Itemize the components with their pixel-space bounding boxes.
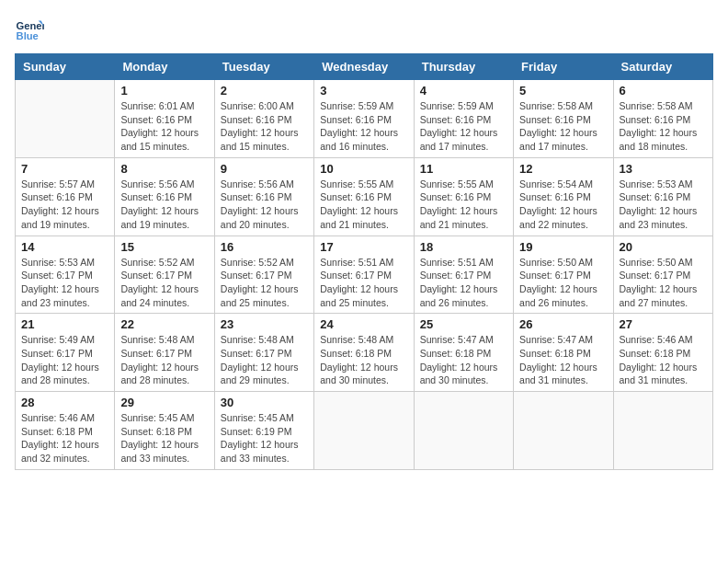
day-info: Sunrise: 5:58 AM Sunset: 6:16 PM Dayligh… [620,99,707,154]
sunset-text: Sunset: 6:18 PM [120,426,192,437]
day-info: Sunrise: 6:00 AM Sunset: 6:16 PM Dayligh… [221,99,308,154]
sunrise-text: Sunrise: 5:54 AM [519,178,593,190]
calendar-cell: 7 Sunrise: 5:57 AM Sunset: 6:16 PM Dayli… [16,157,115,236]
sunrise-text: Sunrise: 5:59 AM [420,100,494,111]
calendar-cell: 24 Sunrise: 5:48 AM Sunset: 6:18 PM Dayl… [314,314,414,392]
sunset-text: Sunset: 6:16 PM [21,191,93,202]
sunset-text: Sunset: 6:17 PM [519,270,591,281]
sunset-text: Sunset: 6:16 PM [620,114,691,125]
daylight-text: Daylight: 12 hours and 27 minutes. [620,283,698,308]
day-info: Sunrise: 5:58 AM Sunset: 6:16 PM Dayligh… [519,99,607,154]
day-info: Sunrise: 5:59 AM Sunset: 6:16 PM Dayligh… [320,99,407,154]
calendar-cell: 5 Sunrise: 5:58 AM Sunset: 6:16 PM Dayli… [514,80,613,158]
calendar-cell [16,80,115,158]
daylight-text: Daylight: 12 hours and 17 minutes. [519,127,597,152]
calendar-header-row: SundayMondayTuesdayWednesdayThursdayFrid… [16,54,713,80]
calendar-cell [514,392,613,470]
daylight-text: Daylight: 12 hours and 23 minutes. [21,283,99,308]
calendar-cell [613,392,712,470]
calendar-cell: 8 Sunrise: 5:56 AM Sunset: 6:16 PM Dayli… [115,157,214,236]
day-info: Sunrise: 6:01 AM Sunset: 6:16 PM Dayligh… [120,99,208,154]
day-number: 14 [21,240,108,254]
daylight-text: Daylight: 12 hours and 19 minutes. [120,205,199,230]
sunset-text: Sunset: 6:17 PM [21,348,93,359]
calendar-cell: 30 Sunrise: 5:45 AM Sunset: 6:19 PM Dayl… [214,392,313,470]
calendar-week-row: 28 Sunrise: 5:46 AM Sunset: 6:18 PM Dayl… [16,392,713,470]
daylight-text: Daylight: 12 hours and 16 minutes. [320,127,398,152]
calendar-cell: 25 Sunrise: 5:47 AM Sunset: 6:18 PM Dayl… [414,314,513,392]
logo-icon: General Blue [15,15,44,44]
calendar-cell: 2 Sunrise: 6:00 AM Sunset: 6:16 PM Dayli… [214,80,313,158]
weekday-header-tuesday: Tuesday [214,54,313,80]
day-number: 28 [21,396,108,409]
calendar-week-row: 1 Sunrise: 6:01 AM Sunset: 6:16 PM Dayli… [16,80,713,158]
sunrise-text: Sunrise: 5:46 AM [21,412,95,423]
daylight-text: Daylight: 12 hours and 20 minutes. [221,205,299,230]
daylight-text: Daylight: 12 hours and 21 minutes. [420,205,498,230]
sunset-text: Sunset: 6:16 PM [221,114,292,125]
daylight-text: Daylight: 12 hours and 26 minutes. [420,283,498,308]
calendar-cell: 26 Sunrise: 5:47 AM Sunset: 6:18 PM Dayl… [514,314,613,392]
sunset-text: Sunset: 6:16 PM [120,114,192,125]
daylight-text: Daylight: 12 hours and 33 minutes. [221,439,299,464]
day-number: 16 [221,240,308,254]
day-number: 18 [420,240,507,254]
day-info: Sunrise: 5:51 AM Sunset: 6:17 PM Dayligh… [320,256,407,310]
day-info: Sunrise: 5:46 AM Sunset: 6:18 PM Dayligh… [620,333,707,387]
day-info: Sunrise: 5:45 AM Sunset: 6:18 PM Dayligh… [120,411,208,465]
daylight-text: Daylight: 12 hours and 24 minutes. [120,283,199,308]
day-info: Sunrise: 5:54 AM Sunset: 6:16 PM Dayligh… [519,178,607,232]
calendar-cell: 17 Sunrise: 5:51 AM Sunset: 6:17 PM Dayl… [314,236,414,314]
calendar-cell: 29 Sunrise: 5:45 AM Sunset: 6:18 PM Dayl… [115,392,214,470]
day-number: 25 [420,317,507,331]
day-number: 2 [221,84,308,98]
sunrise-text: Sunrise: 5:55 AM [420,178,494,190]
calendar-cell: 28 Sunrise: 5:46 AM Sunset: 6:18 PM Dayl… [16,392,115,470]
day-info: Sunrise: 5:48 AM Sunset: 6:17 PM Dayligh… [221,333,308,387]
sunset-text: Sunset: 6:17 PM [221,270,292,281]
sunset-text: Sunset: 6:16 PM [320,191,392,202]
sunrise-text: Sunrise: 5:59 AM [320,100,393,111]
calendar-cell: 27 Sunrise: 5:46 AM Sunset: 6:18 PM Dayl… [613,314,712,392]
sunset-text: Sunset: 6:17 PM [320,270,392,281]
calendar-week-row: 14 Sunrise: 5:53 AM Sunset: 6:17 PM Dayl… [16,236,713,314]
weekday-header-sunday: Sunday [16,54,115,80]
day-number: 9 [221,162,308,176]
calendar-cell: 11 Sunrise: 5:55 AM Sunset: 6:16 PM Dayl… [414,157,513,236]
day-info: Sunrise: 5:46 AM Sunset: 6:18 PM Dayligh… [21,411,108,465]
daylight-text: Daylight: 12 hours and 29 minutes. [221,362,299,386]
sunset-text: Sunset: 6:18 PM [420,348,492,359]
sunrise-text: Sunrise: 5:58 AM [620,100,693,111]
sunset-text: Sunset: 6:16 PM [620,191,691,202]
sunrise-text: Sunrise: 5:50 AM [620,257,693,268]
daylight-text: Daylight: 12 hours and 17 minutes. [420,127,498,152]
calendar-cell: 16 Sunrise: 5:52 AM Sunset: 6:17 PM Dayl… [214,236,313,314]
sunrise-text: Sunrise: 5:57 AM [21,178,95,190]
calendar-cell: 9 Sunrise: 5:56 AM Sunset: 6:16 PM Dayli… [214,157,313,236]
day-info: Sunrise: 5:45 AM Sunset: 6:19 PM Dayligh… [221,411,308,465]
sunset-text: Sunset: 6:16 PM [519,191,591,202]
sunrise-text: Sunrise: 5:48 AM [221,334,294,345]
day-number: 10 [320,162,407,176]
day-number: 29 [120,396,208,409]
day-info: Sunrise: 5:47 AM Sunset: 6:18 PM Dayligh… [420,333,507,387]
daylight-text: Daylight: 12 hours and 25 minutes. [221,283,299,308]
day-number: 15 [120,240,208,254]
calendar-cell: 6 Sunrise: 5:58 AM Sunset: 6:16 PM Dayli… [613,80,712,158]
calendar-cell: 10 Sunrise: 5:55 AM Sunset: 6:16 PM Dayl… [314,157,414,236]
sunrise-text: Sunrise: 5:50 AM [519,257,593,268]
sunset-text: Sunset: 6:16 PM [420,191,492,202]
calendar-cell: 12 Sunrise: 5:54 AM Sunset: 6:16 PM Dayl… [514,157,613,236]
day-info: Sunrise: 5:52 AM Sunset: 6:17 PM Dayligh… [221,256,308,310]
daylight-text: Daylight: 12 hours and 21 minutes. [320,205,398,230]
sunrise-text: Sunrise: 5:52 AM [120,257,194,268]
day-info: Sunrise: 5:47 AM Sunset: 6:18 PM Dayligh… [519,333,607,387]
calendar-week-row: 21 Sunrise: 5:49 AM Sunset: 6:17 PM Dayl… [16,314,713,392]
daylight-text: Daylight: 12 hours and 30 minutes. [320,362,398,386]
sunset-text: Sunset: 6:16 PM [221,191,292,202]
day-number: 21 [21,317,108,331]
day-info: Sunrise: 5:56 AM Sunset: 6:16 PM Dayligh… [221,178,308,232]
calendar-cell: 14 Sunrise: 5:53 AM Sunset: 6:17 PM Dayl… [16,236,115,314]
sunset-text: Sunset: 6:17 PM [21,270,93,281]
sunrise-text: Sunrise: 5:56 AM [221,178,294,190]
